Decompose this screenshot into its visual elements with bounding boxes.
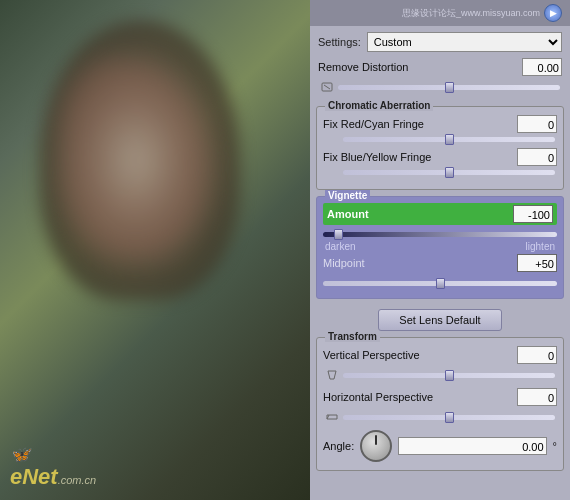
- vignette-section-label: Vignette: [325, 190, 370, 201]
- vertical-perspective-value[interactable]: 0: [517, 346, 557, 364]
- butterfly-icon: 🦋: [10, 446, 30, 463]
- horizontal-perspective-slider[interactable]: [343, 415, 555, 420]
- top-bar: 思缘设计论坛_www.missyuan.com ▶: [310, 0, 570, 26]
- svg-line-1: [324, 85, 330, 89]
- fix-blue-yellow-value[interactable]: 0: [517, 148, 557, 166]
- top-watermark-text: 思缘设计论坛_www.missyuan.com: [402, 7, 540, 20]
- settings-row: Settings: Custom: [310, 26, 570, 56]
- watermark: 🦋 eNet.com.cn: [10, 445, 96, 490]
- horizontal-perspective-row: Horizontal Perspective 0: [323, 388, 557, 406]
- remove-distortion-row: Remove Distortion 0.00: [318, 58, 562, 76]
- transform-section: Transform Vertical Perspective 0 Horizon…: [316, 337, 564, 471]
- chromatic-aberration-label: Chromatic Aberration: [325, 100, 433, 111]
- horizontal-perspective-label: Horizontal Perspective: [323, 391, 517, 403]
- remove-distortion-slider-container: [318, 80, 562, 94]
- amount-value[interactable]: -100: [513, 205, 553, 223]
- fix-red-cyan-row: Fix Red/Cyan Fringe 0: [323, 115, 557, 133]
- preview-image: [0, 0, 310, 500]
- vertical-perspective-label: Vertical Perspective: [323, 349, 517, 361]
- midpoint-row: Midpoint +50: [323, 254, 557, 272]
- right-panel: 思缘设计论坛_www.missyuan.com ▶ Settings: Cust…: [310, 0, 570, 500]
- midpoint-value[interactable]: +50: [517, 254, 557, 272]
- remove-distortion-slider[interactable]: [338, 85, 560, 90]
- amount-label: Amount: [327, 208, 513, 220]
- vertical-perspective-icon: [325, 368, 339, 382]
- midpoint-slider[interactable]: [323, 281, 557, 286]
- amount-row: Amount -100: [323, 203, 557, 225]
- fix-red-cyan-value[interactable]: 0: [517, 115, 557, 133]
- fix-blue-yellow-row: Fix Blue/Yellow Fringe 0: [323, 148, 557, 166]
- transform-section-label: Transform: [325, 331, 380, 342]
- fix-blue-yellow-slider[interactable]: [343, 170, 555, 175]
- darken-label: darken: [325, 241, 356, 252]
- lighten-label: lighten: [526, 241, 555, 252]
- horizontal-perspective-slider-container: [323, 410, 557, 424]
- remove-distortion-value[interactable]: 0.00: [522, 58, 562, 76]
- fix-red-cyan-label: Fix Red/Cyan Fringe: [323, 118, 517, 130]
- amount-slider[interactable]: [323, 232, 557, 237]
- enet-logo: eNet: [10, 464, 58, 489]
- set-lens-default-button[interactable]: Set Lens Default: [378, 309, 501, 331]
- fix-blue-yellow-slider-container: [323, 170, 557, 175]
- angle-knob[interactable]: [360, 430, 392, 462]
- vertical-perspective-slider-container: [323, 368, 557, 382]
- angle-value[interactable]: 0.00: [398, 437, 546, 455]
- remove-distortion-label: Remove Distortion: [318, 61, 522, 73]
- image-preview-panel: 🦋 eNet.com.cn: [0, 0, 310, 500]
- remove-distortion-container: Remove Distortion 0.00: [310, 56, 570, 104]
- settings-label: Settings:: [318, 36, 361, 48]
- vertical-perspective-row: Vertical Perspective 0: [323, 346, 557, 364]
- expand-button[interactable]: ▶: [544, 4, 562, 22]
- darken-lighten-labels: darken lighten: [323, 241, 557, 252]
- distortion-icon: [320, 80, 334, 94]
- horizontal-perspective-icon: [325, 410, 339, 424]
- angle-label: Angle:: [323, 440, 354, 452]
- chromatic-aberration-section: Chromatic Aberration Fix Red/Cyan Fringe…: [316, 106, 564, 190]
- fix-blue-yellow-label: Fix Blue/Yellow Fringe: [323, 151, 517, 163]
- vignette-section: Vignette Amount -100 darken lighten Midp…: [316, 196, 564, 299]
- settings-select[interactable]: Custom: [367, 32, 562, 52]
- midpoint-label: Midpoint: [323, 257, 517, 269]
- domain-text: .com.cn: [58, 474, 97, 486]
- horizontal-perspective-value[interactable]: 0: [517, 388, 557, 406]
- degree-symbol: °: [553, 440, 557, 452]
- fix-red-cyan-slider[interactable]: [343, 137, 555, 142]
- vertical-perspective-slider[interactable]: [343, 373, 555, 378]
- fix-red-cyan-slider-container: [323, 137, 557, 142]
- lens-btn-row: Set Lens Default: [316, 309, 564, 331]
- angle-row: Angle: 0.00 °: [323, 430, 557, 462]
